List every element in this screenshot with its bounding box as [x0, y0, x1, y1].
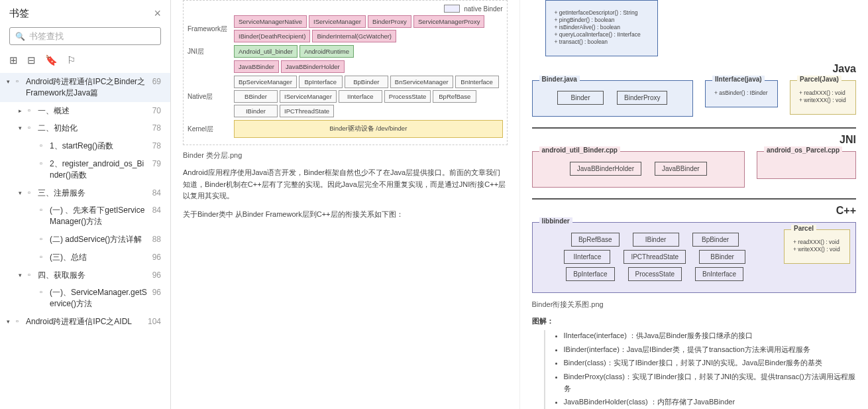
layer-name: Native层 — [188, 92, 234, 101]
bookmark-item[interactable]: ▾▫四、获取服务96 — [0, 266, 170, 284]
page-number: 104 — [148, 316, 161, 327]
page-number: 78 — [152, 123, 161, 134]
layer-name: Kernel层 — [188, 125, 234, 134]
class-cell: ServiceManagerNative — [234, 15, 307, 28]
close-icon[interactable]: × — [154, 7, 161, 21]
bookmark-label: Android跨进程通信IPC之Binder之Framework层Java篇 — [26, 76, 148, 99]
search-input-wrap[interactable]: 🔍 — [9, 27, 161, 45]
caret-icon: ▾ — [19, 188, 25, 198]
search-icon: 🔍 — [15, 32, 25, 41]
class-box: IBinder — [633, 233, 679, 247]
list-item: IInterface(interface) ：供Java层Binder服务接口继… — [564, 330, 857, 342]
page-number: 96 — [152, 252, 161, 263]
bookmark-item[interactable]: ▸▫一、概述70 — [0, 102, 170, 120]
bookmark-label: 2、register_android_os_Binder()函数 — [50, 158, 148, 181]
bookmark-item[interactable]: ▾▫二、初始化78 — [0, 119, 170, 137]
page-number: 96 — [152, 270, 161, 281]
bookmark-item[interactable]: ▫1、startReg()函数78 — [0, 137, 170, 155]
class-box: IPCThreadState — [624, 250, 686, 264]
caret-icon — [30, 158, 37, 160]
page-icon: ▫ — [40, 141, 47, 150]
bookmark-label: (三)、总结 — [50, 252, 87, 263]
bookmark-item[interactable]: ▫(一)、ServiceManager.getService()方法96 — [0, 284, 170, 313]
class-cell: Binder驱动设备 /dev/binder — [234, 120, 503, 138]
bookmark-item[interactable]: ▾▫Android跨进程通信IPC之AIDL104 — [0, 313, 170, 331]
class-cell: IPCThreadState — [280, 105, 334, 117]
group-name: Parcel — [791, 225, 816, 232]
group-name: libbinder — [539, 217, 572, 225]
page-icon: ▫ — [28, 123, 35, 133]
class-cell: BBinder — [234, 90, 278, 103]
caret-icon — [30, 141, 37, 142]
class-box: BinderProxy — [617, 91, 667, 105]
bookmark-item[interactable]: ▾▫三、注册服务84 — [0, 184, 170, 202]
bookmark-label: 三、注册服务 — [38, 188, 85, 199]
class-cell: ServiceManagerProxy — [413, 15, 484, 28]
class-cell: IBinder(DeathRecipient) — [234, 30, 310, 42]
list-item: Binder(class)：实现了IBinder接口，封装了JNI的实现。Jav… — [564, 357, 857, 369]
class-cell: BpInterface — [299, 76, 343, 88]
collapse-icon[interactable]: ⊟ — [27, 54, 36, 66]
page-number: 88 — [152, 234, 161, 245]
class-cell: JavaBBinder — [234, 60, 279, 73]
method-list: + asBinder() : IBinder — [711, 88, 772, 99]
page-number: 70 — [152, 105, 161, 117]
class-cell: ProcessState — [384, 90, 431, 103]
page-number: 78 — [152, 141, 161, 152]
layer-name: JNI层 — [188, 47, 234, 56]
class-box: BpRefBase — [571, 233, 620, 247]
bookmark-item[interactable]: ▾▫Android跨进程通信IPC之Binder之Framework层Java篇… — [0, 73, 170, 102]
caret-icon: ▾ — [19, 270, 25, 280]
page-right: + getInterfaceDescriptor() : String+ pin… — [520, 0, 869, 409]
paragraph: 关于Binder类中 从Binder Framework层到C++层的衔接关系如… — [183, 209, 508, 221]
group-name: Binder.java — [539, 76, 580, 83]
expand-icon[interactable]: ⊞ — [9, 54, 18, 66]
page-icon: ▫ — [40, 205, 47, 215]
page-number: 79 — [152, 158, 161, 170]
bookmark-label: 二、初始化 — [38, 123, 78, 134]
bookmark-label: 1、startReg()函数 — [50, 141, 113, 152]
method-list: + readXXX() : void + writeXXX() : void — [790, 237, 844, 255]
bookmark-label: 四、获取服务 — [38, 270, 85, 281]
bookmark-label: (一)、ServiceManager.getService()方法 — [50, 287, 148, 310]
group-name: android_util_Binder.cpp — [539, 146, 620, 154]
class-cell: BpBinder — [345, 76, 388, 88]
class-cell: Android_util_binder — [234, 45, 298, 58]
group-name: IInterface(java) — [712, 76, 765, 83]
class-cell: BnServiceManager — [390, 76, 453, 88]
search-input[interactable] — [29, 31, 155, 41]
class-box: JavaBBinderHolder — [570, 162, 641, 176]
page-icon: ▫ — [40, 234, 47, 244]
class-box: Binder — [557, 91, 604, 105]
page-number: 84 — [152, 205, 161, 216]
page-left: native Binder Framework层ServiceManagerNa… — [171, 0, 520, 409]
page-icon: ▫ — [28, 105, 35, 115]
caret-icon: ▾ — [19, 123, 25, 133]
class-cell: IServiceManager — [309, 15, 366, 28]
sidebar-title: 书签 — [9, 7, 29, 20]
class-box: BpInterface — [566, 267, 614, 281]
bookmark-item[interactable]: ▫(二) addService()方法详解88 — [0, 231, 170, 249]
class-cell: AndroidRuntime — [299, 45, 354, 58]
caret-icon: ▸ — [19, 105, 25, 115]
lang-label-cpp: C++ — [532, 205, 857, 217]
bookmark-item[interactable]: ▫(三)、总结96 — [0, 249, 170, 266]
list-item: IBinder(interface)：Java层IBinder类，提供了tran… — [564, 344, 857, 356]
bookmark-item[interactable]: ▫(一) 、先来看下getIServiceManager()方法84 — [0, 202, 170, 231]
bookmark-item[interactable]: ▫2、register_android_os_Binder()函数79 — [0, 155, 170, 184]
page-icon: ▫ — [16, 76, 23, 86]
lang-label-java: Java — [532, 63, 857, 75]
page-icon: ▫ — [28, 270, 35, 280]
bookmark-icon[interactable]: 🔖 — [45, 54, 58, 66]
list-item: BinderProxy(class)：实现了IBinder接口，封装了JNI的实… — [564, 371, 857, 394]
class-cell: BpServiceManager — [234, 76, 297, 88]
page-icon: ▫ — [40, 158, 47, 168]
document-viewport: native Binder Framework层ServiceManagerNa… — [171, 0, 868, 409]
bookmark-label: (二) addService()方法详解 — [50, 234, 142, 245]
legend: native Binder — [444, 5, 502, 13]
page-number: 84 — [152, 188, 161, 199]
page-icon: ▫ — [16, 316, 23, 326]
bookmark-outline-icon[interactable]: ⚐ — [67, 54, 76, 66]
page-number: 96 — [152, 287, 161, 298]
class-cell: BnInterface — [455, 76, 499, 88]
